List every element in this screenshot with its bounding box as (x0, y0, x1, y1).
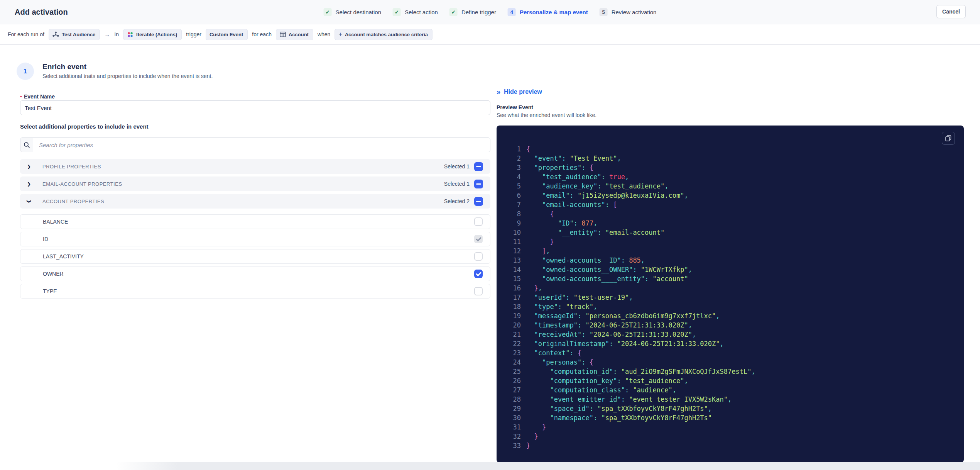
summary-text: trigger (186, 31, 201, 37)
arrow-icon: → (104, 31, 110, 38)
code-line: 32 } (497, 432, 964, 441)
required-dot: • (20, 93, 22, 100)
step-define-trigger[interactable]: ✓Define trigger (449, 8, 496, 16)
double-chevron-icon: » (497, 88, 500, 96)
summary-text: For each run of (8, 31, 44, 37)
step-select-destination[interactable]: ✓Select destination (324, 8, 381, 16)
code-line: 9 "ID": 877, (497, 219, 964, 228)
code-line: 29 "space_id": "spa_tXXbfoyvCkY8rF47ghH2… (497, 404, 964, 413)
code-line: 27 "computation_class": "audience", (497, 385, 964, 395)
code-line: 8 { (497, 209, 964, 219)
chip-label: Test Audience (62, 32, 95, 37)
event-preview-code: 1{2 "event": "Test Event",3 "properties"… (497, 126, 964, 463)
chevron-right-icon: ❯ (26, 164, 32, 169)
selected-count: Selected 2 (444, 198, 470, 204)
code-line: 28 "event_emitter_id": "event_tester_IVX… (497, 395, 964, 404)
code-line: 7 "email-accounts": [ (497, 200, 964, 209)
property-row-last-activity: LAST_ACTIVITY (20, 249, 490, 264)
code-line: 6 "email": "j15i2ysedp@k1euxaIVia.com", (497, 191, 964, 200)
chip-account[interactable]: Account (276, 29, 313, 40)
chip-test-audience[interactable]: Test Audience (49, 29, 100, 40)
step-label: Select destination (336, 9, 381, 15)
code-line: 26 "computation_key": "test_audience", (497, 376, 964, 385)
search-icon (20, 138, 33, 152)
chip-label: Custom Event (210, 32, 243, 37)
code-line: 14 "owned-accounts__OWNER": "1WCWrTXfkp"… (497, 265, 964, 274)
step-label: Review activation (612, 9, 657, 15)
cancel-button[interactable]: Cancel (936, 5, 966, 18)
selected-count: Selected 1 (444, 181, 470, 187)
code-line: 21 "receivedAt": "2024-06-25T21:31:33.02… (497, 330, 964, 339)
property-checkbox[interactable] (474, 287, 483, 295)
code-line: 3 "properties": { (497, 163, 964, 172)
code-line: 25 "computation_id": "aud_2iO9m2gSFmJNXC… (497, 367, 964, 376)
code-line: 19 "messageId": "personas_cb6zdbo6im9g7x… (497, 311, 964, 321)
section-checkbox-indeterminate[interactable] (474, 162, 483, 171)
code-line: 24 "personas": { (497, 358, 964, 367)
stepper: ✓Select destination✓Select action✓Define… (324, 0, 657, 24)
property-sections: ❯PROFILE PROPERTIESSelected 1❯EMAIL-ACCO… (20, 159, 490, 299)
code-line: 33} (497, 441, 964, 450)
property-row-id: ID (20, 232, 490, 246)
chip-label: Iterable (Actions) (136, 32, 177, 37)
check-icon: ✓ (393, 8, 401, 16)
step-label: Define trigger (461, 9, 496, 15)
enrich-form: •Event Name Select additional properties… (20, 93, 490, 299)
step-personalize-map-event[interactable]: 4Personalize & map event (508, 8, 588, 16)
iterable-icon (127, 31, 133, 38)
chip-custom-event[interactable]: Custom Event (206, 29, 248, 40)
step-label: Personalize & map event (520, 9, 588, 15)
plus-icon: + (338, 31, 342, 38)
hide-preview-link[interactable]: »Hide preview (497, 88, 964, 96)
step-number: 5 (600, 8, 608, 16)
chip-account-matches-audience-criteria[interactable]: +Account matches audience criteria (335, 29, 433, 40)
property-checkbox[interactable] (474, 270, 483, 278)
step-select-action[interactable]: ✓Select action (393, 8, 438, 16)
property-checkbox[interactable] (474, 235, 483, 243)
preview-title: Preview Event (497, 105, 964, 110)
step-label: Select action (405, 9, 438, 15)
code-line: 22 "originalTimestamp": "2024-06-25T21:3… (497, 339, 964, 348)
preview-subtitle: See what the enriched event will look li… (497, 112, 964, 118)
search-input[interactable] (33, 138, 490, 152)
section-header-account-properties[interactable]: ❯ACCOUNT PROPERTIESSelected 2 (20, 194, 490, 209)
chevron-down-icon: ❯ (27, 199, 32, 204)
code-line: 15 "owned-accounts____entity": "account" (497, 274, 964, 283)
event-name-label: •Event Name (20, 93, 490, 100)
code-line: 4 "test_audience": true, (497, 172, 964, 182)
code-line: 31 } (497, 422, 964, 432)
section-checkbox-indeterminate[interactable] (474, 180, 483, 188)
property-label: OWNER (43, 271, 64, 277)
step-number-badge: 1 (17, 63, 34, 80)
summary-text: for each (252, 31, 272, 37)
section-label: EMAIL-ACCOUNT PROPERTIES (42, 181, 122, 187)
code-line: 5 "audience_key": "test_audience", (497, 182, 964, 191)
event-name-input[interactable] (20, 100, 490, 115)
code-line: 1{ (497, 144, 964, 154)
step-heading: 1 Enrich event Select additional traits … (17, 63, 213, 80)
code-line: 2 "event": "Test Event", (497, 154, 964, 163)
audience-icon (52, 31, 59, 38)
code-line: 18 "type": "track", (497, 302, 964, 311)
code-line: 16 }, (497, 283, 964, 293)
page-title: Add activation (15, 8, 68, 17)
copy-button[interactable] (942, 132, 955, 145)
section-header-profile-properties[interactable]: ❯PROFILE PROPERTIESSelected 1 (20, 159, 490, 174)
property-checkbox[interactable] (474, 252, 483, 261)
property-checkbox[interactable] (474, 217, 483, 226)
step-review-activation[interactable]: 5Review activation (600, 8, 657, 16)
code-line: 17 "userId": "test-user-19", (497, 293, 964, 302)
section-checkbox-indeterminate[interactable] (474, 197, 483, 206)
property-row-owner: OWNER (20, 266, 490, 281)
code-line: 11 } (497, 237, 964, 246)
summary-text: when (318, 31, 330, 37)
section-header-email-account-properties[interactable]: ❯EMAIL-ACCOUNT PROPERTIESSelected 1 (20, 176, 490, 191)
property-label: LAST_ACTIVITY (43, 253, 84, 260)
properties-label: Select additional properties to include … (20, 124, 490, 129)
chevron-right-icon: ❯ (26, 182, 32, 187)
json-code: 1{2 "event": "Test Event",3 "properties"… (497, 144, 964, 450)
property-label: ID (43, 236, 48, 242)
code-line: 13 "owned-accounts__ID": 885, (497, 256, 964, 265)
summary-text: In (114, 31, 119, 37)
chip-iterable-actions-[interactable]: Iterable (Actions) (123, 29, 182, 40)
